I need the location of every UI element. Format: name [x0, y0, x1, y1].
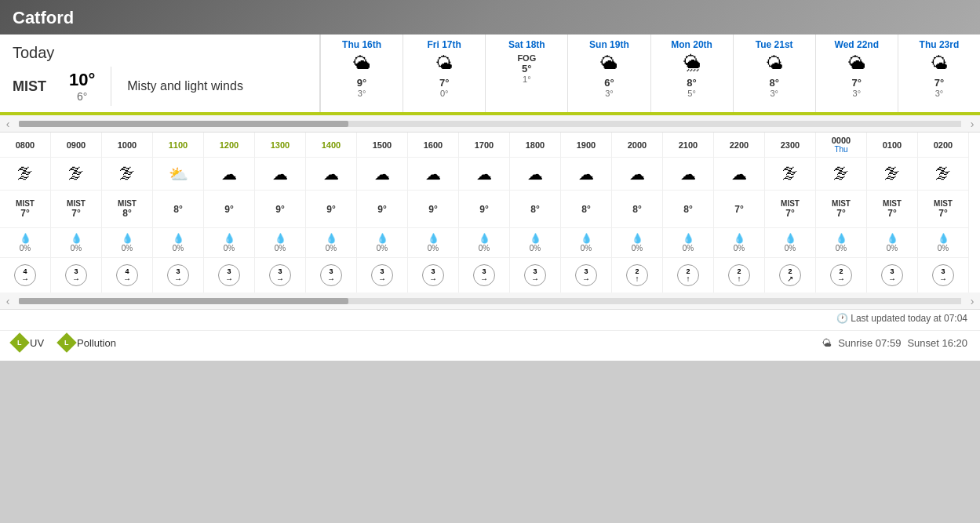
- forecast-day[interactable]: Fri 17th 🌤 7° 0°: [403, 35, 485, 115]
- forecast-day[interactable]: Wed 22nd 🌥 7° 3°: [815, 35, 898, 115]
- hourly-condition: MIST: [118, 199, 137, 208]
- hourly-condition: MIST: [16, 199, 35, 208]
- hour-label-cell: 1700: [459, 133, 509, 158]
- bottom-left: L UV L Pollution: [13, 336, 116, 350]
- hourly-wind-cell: 3 →: [153, 258, 203, 292]
- precip-value: 0%: [20, 244, 31, 252]
- forecast-days: Thu 16th 🌥 9° 3° Fri 17th 🌤 7° 0° Sat 18…: [320, 35, 980, 115]
- scroll-right-arrow-bottom[interactable]: ›: [964, 292, 980, 310]
- forecast-day[interactable]: Thu 23rd 🌤 7° 3°: [898, 35, 980, 115]
- hourly-column: 1200 ☁9° 💧 0% 3 →: [204, 133, 255, 292]
- today-description: Misty and light winds: [127, 79, 243, 93]
- hour-label-cell: 2000: [612, 133, 662, 158]
- hourly-condition: MIST: [934, 199, 953, 208]
- forecast-day[interactable]: Mon 20th 🌦 8° 5°: [650, 35, 733, 115]
- hourly-high: 7°: [938, 208, 947, 219]
- forecast-day[interactable]: Tue 21st 🌤 8° 3°: [733, 35, 815, 115]
- forecast-day[interactable]: Sun 19th 🌥 6° 3°: [567, 35, 650, 115]
- hourly-inner: 0800 🌫MIST 7° 💧 0% 4 → 0900 🌫MIST 7° 💧 0…: [0, 133, 980, 292]
- wind-circle: 3 →: [218, 264, 240, 286]
- wind-arrow: →: [837, 275, 845, 283]
- wind-arrow: →: [531, 275, 539, 283]
- rain-icon: 💧: [122, 233, 133, 244]
- last-updated-text: Last updated today at 07:04: [851, 313, 967, 324]
- wind-circle: 3 →: [575, 264, 597, 286]
- scroll-left-arrow-bottom[interactable]: ‹: [0, 292, 16, 310]
- hourly-weather-icon: ☁: [221, 165, 237, 183]
- forecast-high: 7°: [902, 77, 977, 89]
- wind-circle: 3 →: [269, 264, 291, 286]
- hourly-high: 7°: [785, 208, 794, 219]
- hour-label-cell: 2200: [714, 133, 764, 158]
- forecast-day-name: Mon 20th: [654, 39, 730, 50]
- forecast-icon: 🌥: [571, 53, 647, 74]
- forecast-day[interactable]: Thu 16th 🌥 9° 3°: [320, 35, 403, 115]
- wind-circle: 2 ↑: [677, 264, 699, 286]
- hourly-precip-cell: 💧 0%: [102, 228, 152, 258]
- scroll-track-bottom[interactable]: [19, 298, 961, 304]
- today-divider: [111, 67, 111, 106]
- wind-circle: 4 →: [116, 264, 138, 286]
- hourly-high: 7°: [71, 208, 80, 219]
- rain-icon: 💧: [581, 233, 592, 244]
- hourly-weather-icon: ☁: [629, 165, 645, 183]
- hour-text: 0200: [934, 140, 953, 150]
- hourly-precip-cell: 💧 0%: [918, 228, 968, 258]
- rain-icon: 💧: [326, 233, 337, 244]
- wind-arrow: →: [582, 275, 590, 283]
- hourly-icon-cell: 🌫: [765, 158, 815, 191]
- hourly-icon-cell: 🌫: [816, 158, 866, 191]
- hourly-high: 7°: [734, 204, 743, 215]
- forecast-day[interactable]: Sat 18th FOG 5° 1°: [485, 35, 567, 115]
- scroll-thumb: [19, 121, 348, 127]
- hourly-column: 1400 ☁9° 💧 0% 3 →: [306, 133, 357, 292]
- hour-label-cell: 1500: [357, 133, 407, 158]
- hour-label-cell: 2300: [765, 133, 815, 158]
- bottom-right: 🌤 Sunrise 07:59 Sunset 16:20: [822, 337, 967, 349]
- wind-arrow: →: [123, 275, 131, 283]
- hourly-precip-cell: 💧 0%: [816, 228, 866, 258]
- hourly-column: 0000 Thu🌫MIST 7° 💧 0% 2 →: [816, 133, 867, 292]
- hourly-precip-cell: 💧 0%: [459, 228, 509, 258]
- hour-label-cell: 1900: [561, 133, 611, 158]
- hour-label-cell: 0900: [51, 133, 101, 158]
- hourly-icon-cell: 🌫: [51, 158, 101, 191]
- hourly-column: 0800 🌫MIST 7° 💧 0% 4 →: [0, 133, 51, 292]
- pollution-badge-letter: L: [64, 339, 69, 347]
- hourly-high: 7°: [887, 208, 896, 219]
- hourly-precip-cell: 💧 0%: [204, 228, 254, 258]
- wind-circle: 3 →: [65, 264, 87, 286]
- uv-badge: L UV: [13, 336, 44, 350]
- hourly-column: 2000 ☁8° 💧 0% 2 ↑: [612, 133, 663, 292]
- hourly-wind-cell: 3 →: [204, 258, 254, 292]
- hourly-icon-cell: ⛅: [153, 158, 203, 191]
- scroll-nav-top: ‹ ›: [0, 115, 980, 133]
- scroll-track[interactable]: [19, 121, 961, 127]
- hourly-weather-icon: ☁: [374, 165, 390, 183]
- forecast-low: 3°: [819, 89, 894, 98]
- hour-text: 1300: [271, 140, 290, 150]
- scroll-left-arrow[interactable]: ‹: [0, 115, 16, 133]
- today-temps: 10° 6°: [69, 70, 95, 103]
- hourly-temp-cell: MIST 7°: [816, 191, 866, 228]
- hourly-temp-cell: MIST 7°: [0, 191, 50, 228]
- forecast-high: 9°: [324, 77, 399, 89]
- hourly-high: 9°: [428, 204, 437, 215]
- forecast-high: 5°: [489, 63, 564, 74]
- rain-icon: 💧: [428, 233, 439, 244]
- scroll-nav-bottom: ‹ ›: [0, 292, 980, 310]
- app-container: Catford Today MIST 10° 6° Misty and ligh…: [0, 0, 980, 361]
- hourly-condition: MIST: [67, 199, 86, 208]
- hourly-high: 8°: [632, 204, 641, 215]
- hourly-temp-cell: 9°: [408, 191, 458, 228]
- hourly-wind-cell: 4 →: [0, 258, 50, 292]
- forecast-day-name: Sat 18th: [489, 39, 564, 50]
- hourly-high: 8°: [683, 204, 692, 215]
- scroll-right-arrow[interactable]: ›: [964, 115, 980, 133]
- hour-label-cell: 0800: [0, 133, 50, 158]
- hourly-column: 2200 ☁7° 💧 0% 2 ↑: [714, 133, 765, 292]
- forecast-day-name: Thu 23rd: [902, 39, 977, 50]
- forecast-day-name: Thu 16th: [324, 39, 399, 50]
- precip-value: 0%: [836, 244, 847, 252]
- scroll-thumb-bottom: [19, 298, 348, 304]
